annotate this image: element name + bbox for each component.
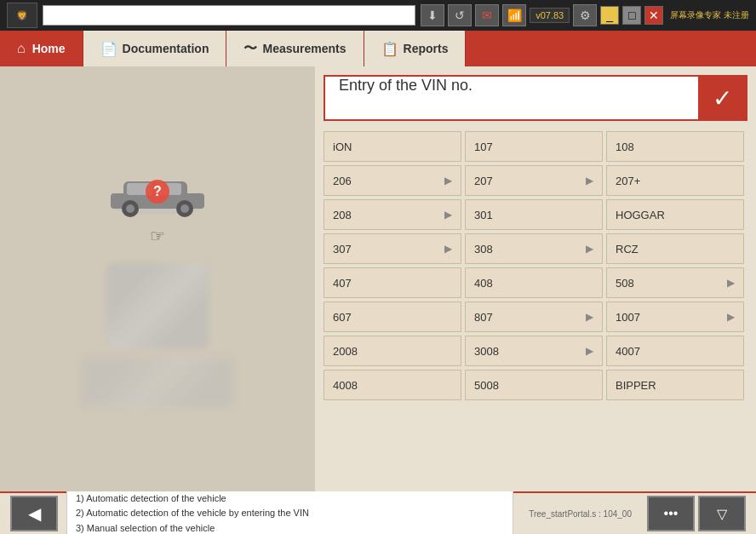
model-label: 307 [333,243,352,256]
svg-point-6 [126,204,135,213]
model-btn-4008[interactable]: 4008 [324,370,461,400]
tab-home-label: Home [32,42,66,55]
model-btn-207plus[interactable]: 207+ [606,165,744,196]
model-label: 5008 [474,379,499,392]
model-btn-301[interactable]: 301 [465,199,603,230]
filter-icon: ▽ [717,506,727,522]
more-button[interactable]: ••• [647,496,695,531]
watermark: 屏幕录像专家 未注册 [670,9,749,21]
arrow-icon: ▶ [586,243,593,255]
model-label: 1007 [616,311,640,324]
model-label: 207+ [616,175,640,187]
model-label: BIPPER [616,379,656,392]
model-btn-ion[interactable]: iON [324,131,461,162]
arrow-icon: ▶ [586,345,593,357]
back-icon: ◀ [28,503,41,524]
svg-text:?: ? [153,184,162,198]
instructions-box: 1) Automatic detection of the vehicle2) … [66,487,513,534]
instruction-line-3: 3) Manual selection of the vehicle [76,521,504,534]
model-btn-206[interactable]: 206▶ [324,165,461,196]
model-btn-208[interactable]: 208▶ [324,199,461,230]
filter-button[interactable]: ▽ [698,496,746,531]
model-label: 4008 [333,379,358,392]
model-label: RCZ [616,243,639,256]
arrow-icon: ▶ [586,311,593,323]
model-label: 207 [474,175,493,187]
left-panel: ? ☞ [0,66,315,491]
model-label: 2008 [333,345,358,358]
model-btn-4007[interactable]: 4007 [606,336,744,366]
settings-icon[interactable]: ⚙ [573,4,597,26]
arrow-icon: ▶ [444,209,452,221]
top-bar: 🦁 ⬇ ↺ ✉ 📶 v07.83 ⚙ _ □ ✕ 屏幕录像专家 未注册 [0,0,756,31]
model-btn-408[interactable]: 408 [465,267,603,298]
instruction-line-1: 1) Automatic detection of the vehicle [76,491,504,507]
tab-home[interactable]: ⌂ Home [0,31,83,66]
model-btn-407[interactable]: 407 [324,267,461,298]
tab-measurements[interactable]: 〜 Measurements [226,31,364,66]
model-btn-rcz[interactable]: RCZ [606,233,744,264]
cursor-icon: ☞ [150,226,165,246]
model-label: 407 [333,277,352,290]
model-label: 107 [474,141,493,153]
maximize-btn[interactable]: □ [622,6,641,25]
arrow-icon: ▶ [727,311,735,323]
tab-documentation[interactable]: 📄 Documentation [83,31,227,66]
tree-label: Tree_startPortal.s : 104_00 [522,508,639,520]
arrow-icon: ▶ [586,175,593,187]
instruction-line-2: 2) Automatic detection of the vehicle by… [76,506,504,521]
search-input[interactable] [43,5,415,26]
bottom-right-buttons: ••• ▽ [647,496,746,531]
reports-icon: 📋 [381,41,398,57]
mail-icon[interactable]: ✉ [475,4,499,26]
model-label: 508 [616,277,634,290]
vin-entry-box: Entry of the VIN no. ✓ [324,75,747,121]
model-label: 308 [474,243,493,256]
close-btn[interactable]: ✕ [644,6,663,25]
model-label: 408 [474,277,493,290]
arrow-icon: ▶ [727,277,735,289]
model-btn-5008[interactable]: 5008 [465,370,603,400]
model-btn-bipper[interactable]: BIPPER [606,370,744,400]
main-content: ? ☞ Entry of the VIN no. ✓ iON107108206▶… [0,66,756,491]
back-button[interactable]: ◀ [10,496,58,531]
bottom-bar: ◀ 1) Automatic detection of the vehicle2… [0,491,756,534]
svg-point-8 [180,204,189,213]
model-btn-307[interactable]: 307▶ [324,233,461,264]
nav-tabs: ⌂ Home 📄 Documentation 〜 Measurements 📋 … [0,31,756,66]
tab-documentation-label: Documentation [123,42,209,55]
model-btn-607[interactable]: 607 [324,301,461,332]
models-scroll[interactable]: iON107108206▶207▶207+208▶301HOGGAR307▶30… [324,131,747,483]
model-btn-hoggar[interactable]: HOGGAR [606,199,744,230]
model-btn-807[interactable]: 807▶ [465,301,603,332]
model-btn-107[interactable]: 107 [465,131,603,162]
model-btn-108[interactable]: 108 [606,131,744,162]
signal-icon[interactable]: 📶 [502,4,526,26]
vin-confirm-button[interactable]: ✓ [698,75,746,121]
model-btn-1007[interactable]: 1007▶ [606,301,744,332]
models-grid: iON107108206▶207▶207+208▶301HOGGAR307▶30… [324,131,747,400]
model-label: 206 [333,175,352,187]
download-icon[interactable]: ⬇ [421,4,444,26]
top-icons: ⬇ ↺ ✉ 📶 v07.83 ⚙ _ □ ✕ 屏幕录像专家 未注册 [421,4,749,26]
model-btn-308[interactable]: 308▶ [465,233,603,264]
car-graphic: ? [98,168,217,219]
tab-reports-label: Reports [404,42,449,55]
measurements-icon: 〜 [243,40,257,58]
refresh-icon[interactable]: ↺ [448,4,472,26]
logo: 🦁 [7,3,37,28]
tab-reports[interactable]: 📋 Reports [364,31,467,66]
model-label: 301 [474,209,493,221]
model-btn-508[interactable]: 508▶ [606,267,744,298]
minimize-btn[interactable]: _ [600,6,619,25]
model-label: 4007 [616,345,640,358]
vin-label: Entry of the VIN no. [325,77,698,119]
home-icon: ⌂ [17,41,26,56]
model-btn-207[interactable]: 207▶ [465,165,603,196]
more-icon: ••• [664,506,679,521]
model-btn-2008[interactable]: 2008 [324,336,461,366]
right-panel: Entry of the VIN no. ✓ iON107108206▶207▶… [315,66,756,491]
model-btn-3008[interactable]: 3008▶ [465,336,603,366]
documentation-icon: 📄 [100,41,117,57]
arrow-icon: ▶ [444,175,452,187]
